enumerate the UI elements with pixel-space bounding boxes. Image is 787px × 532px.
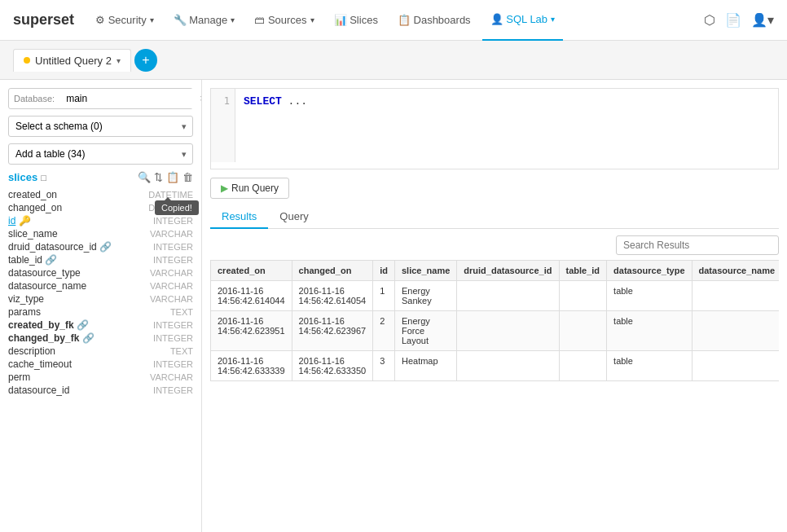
list-item: viz_type VARCHAR: [8, 292, 193, 306]
table-cell: 2016-11-16 14:56:42.633339: [211, 351, 292, 381]
add-tab-button[interactable]: +: [134, 49, 157, 72]
list-item: datasource_name VARCHAR: [8, 279, 193, 292]
col-name: changed_by_fk 🔗: [8, 332, 95, 344]
tab-caret: ▾: [117, 56, 121, 65]
brand[interactable]: superset: [13, 11, 74, 29]
nav-security[interactable]: ⚙ Security▾: [87, 0, 162, 41]
col-header-druid_datasource_id: druid_datasource_id: [457, 261, 559, 281]
table-expand-icon[interactable]: □: [41, 173, 46, 182]
list-item: table_id 🔗 INTEGER: [8, 253, 193, 266]
database-select-wrapper[interactable]: Database: × ▾: [8, 88, 193, 109]
user-menu[interactable]: 👤▾: [751, 12, 774, 28]
run-query-button[interactable]: ▶ Run Query: [210, 178, 289, 199]
table-cell: [692, 281, 779, 311]
nav-manage[interactable]: 🔧 Manage▾: [165, 0, 244, 41]
tab-results[interactable]: Results: [210, 205, 268, 229]
col-type: VARCHAR: [150, 268, 193, 278]
col-name: slice_name: [8, 228, 58, 240]
results-area: Results Query created_on changed_on id s…: [210, 205, 779, 524]
copy-icon[interactable]: 📋: [166, 171, 179, 183]
list-item: slice_name VARCHAR: [8, 227, 193, 240]
tab-query[interactable]: Query: [268, 205, 319, 229]
content-area: 1 SELECT ... ▶ Run Query Results Query: [202, 80, 787, 532]
col-name: datasource_id: [8, 385, 69, 396]
schema-select[interactable]: Select a schema (0): [8, 116, 193, 137]
search-results-input[interactable]: [616, 235, 779, 255]
table-row: 2016-11-16 14:56:42.6140442016-11-16 14:…: [211, 281, 780, 311]
table-cell: table: [607, 311, 692, 351]
chevron-down-icon: ▾: [551, 15, 555, 24]
col-type: VARCHAR: [150, 229, 193, 239]
table-cell: Energy Sankey: [394, 281, 456, 311]
results-table-scroll[interactable]: created_on changed_on id slice_name drui…: [210, 260, 779, 524]
results-tabs: Results Query: [210, 205, 779, 229]
col-type: VARCHAR: [150, 294, 193, 304]
col-header-changed_on: changed_on: [292, 261, 373, 281]
col-type: INTEGER: [153, 216, 193, 226]
table-name[interactable]: slices: [8, 171, 37, 183]
delete-table-icon[interactable]: 🗑: [182, 171, 193, 183]
table-cell: 2016-11-16 14:56:42.633350: [292, 351, 373, 381]
col-type: VARCHAR: [150, 372, 193, 382]
table-section: slices □ 🔍 ⇅ 📋 🗑 Copied! created_on DATE…: [8, 171, 193, 397]
nav-slices[interactable]: 📊 Slices: [326, 0, 386, 41]
col-header-datasource_name: datasource_name: [692, 261, 779, 281]
col-header-created_on: created_on: [211, 261, 292, 281]
sql-input[interactable]: SELECT ...: [235, 89, 778, 162]
table-cell: 3: [373, 351, 395, 381]
security-icon: ⚙: [95, 14, 105, 26]
list-item: description TEXT: [8, 345, 193, 358]
table-select-wrapper[interactable]: Add a table (34): [8, 143, 193, 165]
col-type: INTEGER: [153, 333, 193, 343]
table-actions: 🔍 ⇅ 📋 🗑: [138, 171, 193, 183]
col-name: created_by_fk 🔗: [8, 319, 89, 331]
sort-columns-icon[interactable]: ⇅: [154, 171, 163, 183]
col-name: created_on: [8, 189, 57, 200]
slices-icon: 📊: [334, 14, 347, 26]
db-clear-button[interactable]: ×: [195, 93, 202, 104]
search-columns-icon[interactable]: 🔍: [138, 171, 151, 183]
column-list: created_on DATETIME changed_on DATETIME …: [8, 188, 193, 397]
table-cell: [457, 351, 559, 381]
docs-icon[interactable]: 📄: [725, 12, 741, 28]
table-cell: 2016-11-16 14:56:42.614044: [211, 281, 292, 311]
col-name: perm: [8, 372, 30, 383]
list-item: datasource_id INTEGER: [8, 384, 193, 397]
nav-sqllab[interactable]: 👤 SQL Lab▾: [482, 0, 563, 41]
col-header-slice_name: slice_name: [394, 261, 456, 281]
database-input[interactable]: [59, 89, 195, 108]
query-tab-1[interactable]: Untitled Query 2 ▾: [13, 49, 131, 72]
chevron-down-icon: ▾: [150, 15, 154, 24]
github-icon[interactable]: ⬡: [704, 12, 715, 28]
col-name: table_id 🔗: [8, 254, 57, 266]
list-item: druid_datasource_id 🔗 INTEGER: [8, 240, 193, 253]
col-type: INTEGER: [153, 242, 193, 252]
sqllab-icon: 👤: [490, 13, 503, 25]
col-name: params: [8, 306, 41, 318]
table-cell: 2016-11-16 14:56:42.614054: [292, 281, 373, 311]
table-cell: Energy Force Layout: [394, 311, 456, 351]
col-name: druid_datasource_id 🔗: [8, 241, 112, 253]
tab-dot: [24, 57, 30, 64]
col-name: description: [8, 345, 55, 357]
query-toolbar: ▶ Run Query: [202, 178, 787, 205]
table-cell: table: [607, 351, 692, 381]
table-cell: [457, 281, 559, 311]
list-item: changed_by_fk 🔗 INTEGER: [8, 332, 193, 345]
table-select[interactable]: Add a table (34): [8, 143, 193, 165]
col-name: datasource_type: [8, 267, 81, 279]
chevron-down-icon: ▾: [231, 15, 235, 24]
nav-sources[interactable]: 🗃 Sources▾: [246, 0, 322, 41]
table-cell: [559, 351, 607, 381]
col-type: TEXT: [170, 307, 193, 317]
sidebar: Database: × ▾ Select a schema (0) Add a …: [0, 80, 202, 532]
schema-select-wrapper[interactable]: Select a schema (0): [8, 116, 193, 137]
table-cell: table: [607, 281, 692, 311]
main-layout: Database: × ▾ Select a schema (0) Add a …: [0, 80, 787, 532]
col-type: TEXT: [170, 346, 193, 356]
tabs-bar: Untitled Query 2 ▾ +: [0, 41, 787, 80]
nav-dashboards[interactable]: 📋 Dashboards: [389, 0, 479, 41]
col-header-table_id: table_id: [559, 261, 607, 281]
list-item: params TEXT: [8, 306, 193, 319]
manage-icon: 🔧: [174, 14, 187, 26]
